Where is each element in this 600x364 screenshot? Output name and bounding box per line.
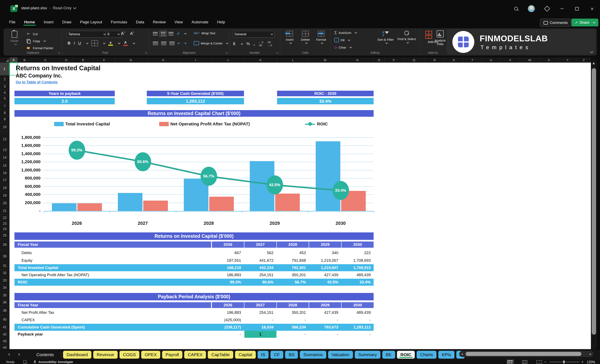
align-bottom-button[interactable] — [169, 32, 173, 35]
sheet-tab-capex[interactable]: CAPEX — [184, 351, 206, 359]
macro-record-icon[interactable] — [23, 360, 27, 364]
increase-indent-button[interactable]: ⇥ — [183, 41, 186, 46]
column-header-D[interactable]: D — [60, 57, 73, 63]
sheet-tab-valuation[interactable]: Valuation — [328, 351, 353, 359]
column-header-P[interactable]: P — [384, 57, 403, 63]
page-layout-view-button[interactable] — [522, 360, 527, 364]
document-title[interactable]: steel-plant.xlsx - Read-Only — [21, 6, 76, 10]
row-header-44[interactable]: 44 — [0, 345, 9, 349]
row-header-21[interactable]: 21 — [0, 207, 9, 215]
vertical-scrollbar-thumb[interactable] — [592, 68, 596, 335]
autosum-button[interactable]: ΣAutoSum — [334, 30, 357, 35]
align-top-button[interactable] — [153, 32, 158, 35]
sheet-tab-bs[interactable]: BS — [285, 351, 298, 359]
row-header-8[interactable]: 8 — [0, 110, 9, 116]
row-header-28[interactable]: 28 — [0, 240, 9, 249]
copy-button[interactable]: Copy — [25, 38, 46, 44]
percent-style-button[interactable]: % — [246, 42, 250, 46]
column-header-V[interactable]: V — [500, 57, 520, 63]
font-color-dropdown-icon[interactable] — [133, 42, 135, 44]
decrease-decimal-button[interactable]: .00→.0 — [267, 41, 272, 47]
row-header-36[interactable]: 36 — [0, 299, 9, 306]
ribbon-tab-formulas[interactable]: Formulas — [110, 17, 128, 26]
column-header-W[interactable]: W — [520, 57, 540, 63]
prev-sheet-icon[interactable]: ‹ — [8, 351, 10, 357]
format-painter-button[interactable]: Format Painter — [25, 45, 53, 51]
delete-cells-button[interactable]: × Delete — [298, 30, 313, 45]
fill-color-button[interactable]: ◈ — [108, 41, 113, 46]
row-header-9[interactable]: 9 — [0, 116, 9, 123]
column-header-Q[interactable]: Q — [403, 57, 425, 63]
comments-button[interactable]: Comments — [540, 18, 571, 27]
next-sheet-icon[interactable]: › — [18, 351, 20, 357]
row-header-19[interactable]: 19 — [0, 192, 9, 200]
decrease-indent-button[interactable]: ⇤ — [178, 41, 180, 46]
align-center-button[interactable] — [161, 42, 167, 45]
row-header-30[interactable]: 30 — [0, 251, 9, 262]
zoom-out-button[interactable]: − — [544, 360, 546, 364]
font-size-combo[interactable]: 8 — [106, 31, 121, 38]
column-header-E[interactable]: E — [73, 57, 94, 63]
zoom-slider-thumb[interactable] — [563, 361, 565, 363]
underline-button[interactable]: U — [78, 41, 81, 46]
sheet-tab-summary[interactable]: Summary — [355, 351, 380, 359]
sheet-tab-payroll[interactable]: Payroll — [162, 351, 182, 359]
close-button[interactable]: × — [588, 5, 596, 12]
row-header-34[interactable]: 34 — [0, 284, 9, 291]
page-break-view-button[interactable] — [536, 360, 542, 364]
row-header-35[interactable]: 35 — [0, 291, 9, 299]
horizontal-scrollbar-thumb[interactable] — [466, 352, 581, 356]
sheet-tab-contents[interactable]: Contents — [31, 351, 59, 359]
zoom-in-button[interactable]: + — [581, 360, 584, 364]
ribbon-tab-insert[interactable]: Insert — [43, 17, 54, 26]
sort-filter-button[interactable]: AZ Sort & Filter — [376, 30, 395, 45]
scroll-left-icon[interactable]: ◂ — [461, 352, 463, 356]
column-header-A[interactable]: A — [10, 57, 18, 63]
column-header-F[interactable]: F — [94, 57, 115, 63]
table-of-contents-link[interactable]: Go to Table of Contents — [16, 80, 58, 84]
font-color-button[interactable]: A — [123, 40, 128, 46]
fill-color-dropdown-icon[interactable] — [118, 42, 120, 44]
wrap-text-button[interactable]: ab↩Wrap Text — [194, 31, 215, 35]
row-header-14[interactable]: 14 — [0, 154, 9, 162]
worksheet[interactable] — [9, 63, 591, 349]
column-header-M[interactable]: M — [309, 57, 341, 63]
column-header-R[interactable]: R — [425, 57, 444, 63]
column-headers[interactable]: ABCDEFGHIJKLMNOPQRSTUVWXYZ — [0, 57, 591, 63]
scroll-up-icon[interactable]: ▲ — [592, 61, 595, 65]
accounting-format-button[interactable]: $ — [233, 42, 235, 46]
cut-button[interactable]: ✂Cut — [25, 31, 38, 36]
sheet-tab-kpis[interactable]: KPIs — [438, 351, 454, 359]
sheet-tab-cf[interactable]: CF — [271, 351, 283, 359]
ribbon-tab-home[interactable]: Home — [23, 17, 36, 26]
accessibility-icon[interactable] — [34, 360, 36, 363]
sheet-tab-be[interactable]: BE — [382, 351, 395, 359]
align-middle-button[interactable] — [161, 32, 166, 35]
sheet-tab-dashboard[interactable]: Dashboard — [63, 351, 91, 359]
row-header-42[interactable]: 42 — [0, 331, 9, 338]
row-header-10[interactable]: 10 — [0, 123, 9, 131]
number-format-combo[interactable]: General — [233, 31, 275, 38]
row-header-3[interactable]: 3 — [0, 83, 9, 90]
column-header-S[interactable]: S — [444, 57, 463, 63]
find-select-button[interactable]: Find & Select — [397, 30, 417, 45]
underline-dropdown-icon[interactable] — [86, 42, 88, 44]
font-name-combo[interactable]: Tahoma — [66, 31, 107, 38]
number-dialog-launcher[interactable]: ↘ — [276, 51, 278, 54]
borders-dropdown-icon[interactable] — [103, 42, 105, 44]
column-header-N[interactable]: N — [341, 57, 374, 63]
row-header-5[interactable]: 5 — [0, 95, 9, 102]
row-header-31[interactable]: 31 — [0, 262, 9, 270]
restore-button[interactable] — [573, 5, 581, 12]
orientation-button[interactable]: ⇗ — [176, 31, 180, 36]
row-header-15[interactable]: 15 — [0, 162, 9, 170]
sheet-tab-capital[interactable]: Capital — [235, 351, 255, 359]
row-header-24[interactable]: 24 — [0, 227, 9, 232]
sheet-tab-is[interactable]: IS — [258, 351, 269, 359]
column-header-G[interactable]: G — [115, 57, 147, 63]
row-header-1[interactable]: 1 — [0, 63, 9, 75]
sheet-tab-scenarios[interactable]: Scenarios — [300, 351, 326, 359]
row-header-41[interactable]: 41 — [0, 324, 9, 331]
column-header-O[interactable]: O — [374, 57, 384, 63]
paste-button[interactable]: Paste — [7, 30, 22, 46]
